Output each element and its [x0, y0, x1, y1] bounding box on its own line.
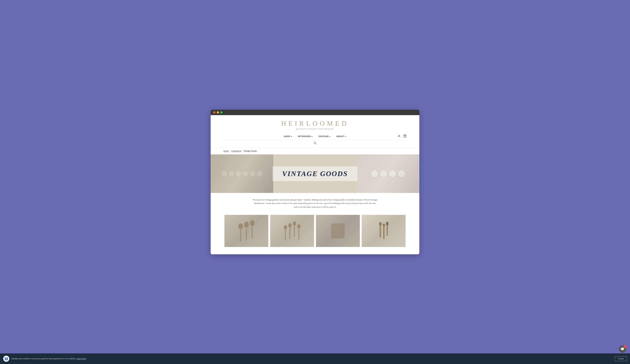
- browser-window: HEIRLOOMED purveyors of timeless textile…: [211, 110, 419, 254]
- product-image-spoons-small: [284, 221, 300, 240]
- cookie-notice: ♿ website uses cookies to ensure you get…: [0, 354, 630, 364]
- account-icon[interactable]: [398, 135, 401, 139]
- product-image-spoons-large: [238, 220, 254, 242]
- cookie-learn-more[interactable]: Learn More: [76, 358, 86, 360]
- glass-item: [249, 171, 256, 177]
- description-section: We source our vintage goods at our favor…: [211, 193, 419, 214]
- glass-item: [228, 171, 234, 177]
- chevron-down-icon: ▾: [330, 136, 330, 137]
- product-image-utensils: [379, 222, 388, 240]
- main-nav: SHOP ▾ INTERIORS ▾ VINTAGE ▾ ABOUT ▾: [224, 133, 406, 140]
- maximize-button[interactable]: [220, 111, 222, 114]
- site-wrapper: HEIRLOOMED purveyors of timeless textile…: [211, 115, 419, 254]
- spoon-head: [238, 223, 243, 229]
- hero-title: VINTAGE GOODS: [282, 170, 348, 178]
- glass-item: [235, 171, 242, 177]
- search-icon[interactable]: [314, 142, 316, 145]
- glass-item: [221, 171, 228, 177]
- spoon-head: [297, 224, 300, 228]
- spoon-head: [293, 221, 296, 225]
- spoon-item: [250, 220, 254, 238]
- spoon-item: [297, 224, 300, 240]
- site-logo[interactable]: HEIRLOOMED: [224, 120, 406, 127]
- spoon-item: [288, 223, 292, 239]
- spoon-handle: [246, 227, 247, 240]
- spoon-handle: [252, 226, 252, 238]
- chevron-down-icon: ▾: [312, 136, 312, 137]
- product-image-cup: [332, 224, 344, 238]
- glass-item: [256, 171, 263, 177]
- cookie-accept-button[interactable]: Accept: [615, 356, 627, 361]
- utensil-item: [383, 224, 385, 239]
- wheelchair-icon: ♿: [5, 357, 8, 360]
- svg-line-3: [316, 144, 316, 144]
- accessibility-icon: ♿: [3, 356, 9, 362]
- chat-badge: 1: [624, 345, 626, 348]
- header-icons: [398, 135, 406, 139]
- chevron-down-icon: ▾: [291, 136, 292, 137]
- spoon-item: [238, 223, 243, 242]
- product-card[interactable]: [224, 215, 268, 247]
- product-grid: [211, 214, 419, 254]
- spoon-handle: [240, 229, 241, 242]
- utensil-item: [379, 222, 382, 237]
- chat-icon: 💬: [620, 347, 624, 351]
- plate-item: [370, 170, 378, 178]
- glassware-decoration: [220, 169, 264, 179]
- breadcrumb-home[interactable]: Home: [224, 150, 229, 152]
- hero-right-image: [357, 155, 419, 193]
- minimize-button[interactable]: [217, 111, 219, 114]
- hero-banner: VINTAGE GOODS: [211, 155, 419, 193]
- nav-vintage[interactable]: VINTAGE ▾: [318, 135, 330, 138]
- product-card[interactable]: [270, 215, 314, 247]
- chevron-down-icon: ▾: [345, 136, 346, 137]
- svg-point-0: [399, 135, 400, 136]
- spoon-item: [284, 225, 287, 240]
- site-header: HEIRLOOMED purveyors of timeless textile…: [211, 115, 419, 148]
- product-card[interactable]: [316, 215, 360, 247]
- plate-item: [380, 170, 388, 178]
- nav-about[interactable]: ABOUT ▾: [336, 135, 346, 138]
- site-tagline: purveyors of timeless textiles & goods: [224, 128, 406, 130]
- breadcrumb-current: Vintage Goods: [244, 150, 257, 152]
- nav-shop[interactable]: SHOP ▾: [284, 135, 292, 138]
- description-text: We source our vintage goods at our favor…: [252, 198, 378, 209]
- utensil-item: [386, 222, 388, 236]
- product-card[interactable]: [362, 215, 406, 247]
- hero-title-box: VINTAGE GOODS: [272, 166, 358, 181]
- breadcrumb-collections[interactable]: Collections: [231, 150, 241, 152]
- hero-left-image: [211, 155, 273, 193]
- spoon-handle: [290, 227, 290, 239]
- spoon-handle: [298, 228, 299, 240]
- close-button[interactable]: [213, 111, 216, 114]
- browser-chrome: [211, 110, 419, 115]
- svg-point-2: [314, 142, 316, 144]
- glass-item: [242, 171, 249, 177]
- spoon-handle: [285, 229, 286, 240]
- plate-item: [398, 170, 406, 178]
- nav-interiors[interactable]: INTERIORS ▾: [298, 135, 312, 138]
- cookie-message: website uses cookies to ensure you get t…: [11, 358, 613, 360]
- spoon-head: [288, 223, 292, 227]
- spoon-head: [250, 220, 254, 226]
- spoon-head: [244, 222, 249, 227]
- cart-icon[interactable]: [403, 135, 406, 139]
- plates-decoration: [369, 168, 407, 179]
- spoon-head: [284, 225, 287, 229]
- plate-item: [388, 170, 396, 178]
- spoon-item: [293, 221, 296, 237]
- chat-button[interactable]: 💬 1: [619, 345, 626, 353]
- breadcrumb: Home / Collections / Vintage Goods: [211, 148, 419, 155]
- spoon-item: [244, 222, 249, 240]
- breadcrumb-separator: /: [242, 150, 242, 152]
- spoon-handle: [294, 225, 295, 237]
- search-row: [224, 140, 406, 148]
- breadcrumb-separator: /: [230, 150, 230, 152]
